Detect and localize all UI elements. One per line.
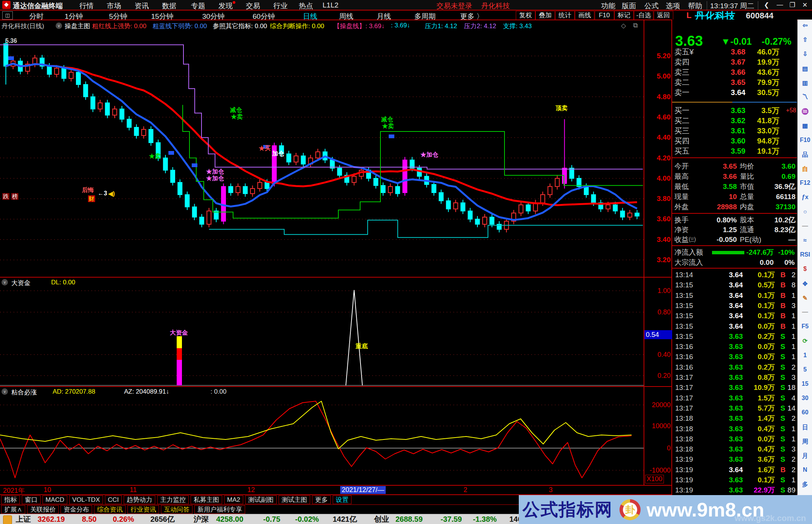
self-select-icon[interactable]: 自	[798, 165, 812, 173]
tab-指标[interactable]: 指标	[1, 495, 20, 504]
tab-行业资讯[interactable]: 行业资讯	[127, 505, 159, 514]
sub1-value: DL: 0.00	[51, 279, 75, 286]
period-multi[interactable]: 多	[798, 481, 812, 489]
list-icon[interactable]: ▦	[798, 122, 812, 129]
tab-MACD[interactable]: MACD	[42, 495, 67, 504]
timeline-axis[interactable]: 2021年1011122021/12/27/—23	[0, 486, 671, 494]
period-month[interactable]: 月	[798, 452, 812, 460]
rsi-icon[interactable]: RSI	[798, 251, 812, 258]
tab-设置[interactable]: 设置	[333, 495, 351, 504]
window-collapse-button[interactable]: ❮	[764, 1, 769, 9]
period-week[interactable]: 周	[798, 438, 812, 446]
divider-icon[interactable]: —	[798, 309, 812, 316]
quote-grid-icon[interactable]: ▥	[798, 79, 812, 86]
tab-趋势动力[interactable]: 趋势动力	[124, 495, 155, 504]
window-close-button[interactable]: ✕	[802, 1, 807, 9]
watermark-banner: 公式指标网 卦 www.9m8.cn www.gs2k.com.cn	[519, 495, 812, 524]
sub2-name[interactable]: 粘合必涨	[11, 388, 37, 397]
stat-row: 换手0.80%股本10.2亿	[672, 215, 797, 225]
tick-row: 13:173.635.7万S14	[672, 403, 797, 413]
move-icon[interactable]: ✥	[798, 280, 812, 287]
tick-volume: 1.5万	[739, 393, 775, 403]
tab-主力监控[interactable]: 主力监控	[157, 495, 189, 504]
tick-price: 3.64	[701, 301, 743, 311]
timeline-label-2021/12/27/—[interactable]: 2021/12/27/—	[340, 486, 386, 494]
period-n[interactable]: N	[798, 467, 812, 473]
tick-price: 3.63	[701, 413, 743, 423]
tab-测试主图[interactable]: 测试主图	[279, 495, 310, 504]
chart-annotation: 加仓	[272, 150, 284, 158]
tick-price: 3.63	[701, 403, 743, 413]
f5-icon[interactable]: F5	[798, 323, 812, 330]
order-book-price: 3.63	[702, 106, 745, 115]
tab-MA2[interactable]: MA2	[224, 495, 243, 504]
period-day[interactable]: 日	[798, 424, 812, 432]
period-15min[interactable]: 15	[798, 381, 812, 387]
tab-CCI[interactable]: CCI	[105, 495, 122, 504]
period-5min[interactable]: 5	[798, 366, 812, 373]
page-up-icon[interactable]: ⇧	[798, 36, 812, 43]
order-book-volume: 33.0万	[745, 126, 779, 136]
collapse-circle-icon[interactable]: ∨	[2, 279, 8, 285]
trend-icon[interactable]: 〽	[798, 94, 812, 100]
sub1-axis-label: 0.20	[644, 372, 671, 380]
tab-更多[interactable]: 更多	[312, 495, 331, 504]
collapse-circle-icon[interactable]: ∨	[2, 388, 8, 395]
tick-time: 13:15	[675, 280, 693, 290]
divider-icon[interactable]: —	[798, 223, 812, 230]
wave-icon[interactable]: ≈	[798, 237, 812, 244]
tick-row: 13:173.6310.9万S18	[672, 382, 797, 393]
back-icon[interactable]: ⇦	[798, 22, 812, 29]
tab-窗口[interactable]: 窗口	[22, 495, 41, 504]
timeline-label-2021年: 2021年	[3, 486, 25, 495]
index-icon[interactable]	[3, 515, 12, 524]
period-30min[interactable]: 30	[798, 395, 812, 402]
order-book-volume: 79.9万	[745, 77, 779, 87]
tick-row: 13:183.630.4万S1	[672, 424, 797, 434]
period-60min[interactable]: 60	[798, 409, 812, 416]
tab-综合资讯[interactable]: 综合资讯	[94, 505, 126, 514]
sub1-name[interactable]: 大资金	[11, 279, 30, 287]
toolbar-button-返回[interactable]: 返回	[654, 11, 673, 20]
tab-测试副图[interactable]: 测试副图	[245, 495, 277, 504]
quote-panel: 3.63 ▼-0.01 -0.27% 卖五¥3.6846.0万卖四3.6719.…	[672, 20, 797, 524]
circle-icon[interactable]: ○	[798, 208, 812, 215]
f12-icon[interactable]: F12	[798, 180, 812, 186]
stat-label: 最低	[674, 182, 689, 192]
tab-扩展∧[interactable]: 扩展∧	[1, 505, 25, 514]
tick-count: 1	[785, 424, 795, 434]
tick-row: 13:153.640.0万B1	[672, 321, 797, 331]
kline-icon[interactable]: ♒	[798, 108, 812, 115]
tick-time: 13:16	[675, 362, 693, 372]
tick-price: 3.64	[701, 321, 743, 331]
tick-volume: 0.1万	[739, 475, 775, 485]
order-book-volume: 46.0万	[745, 47, 779, 57]
formula-icon[interactable]: ƒx	[798, 194, 812, 201]
order-book-price: 3.66	[702, 67, 745, 77]
tick-row: 13:183.630.4万S3	[672, 444, 797, 454]
tab-VOL-TDX[interactable]: VOL-TDX	[69, 495, 103, 504]
edit-icon[interactable]: ✎	[798, 294, 812, 302]
window-maximize-button[interactable]: ❐	[789, 1, 795, 9]
f10-icon[interactable]: F10	[798, 137, 812, 143]
report-icon[interactable]: ▤	[798, 65, 812, 72]
sub1-header: ∨ 大资金 DL: 0.00	[0, 279, 644, 287]
status--0.75: -0.75	[263, 514, 280, 524]
money-icon[interactable]: $	[798, 266, 812, 272]
tab-互动问答[interactable]: 互动问答	[161, 505, 192, 514]
window-minimize-button[interactable]: —	[777, 1, 783, 9]
page-down-icon[interactable]: ⇩	[798, 50, 812, 57]
order-book-price: 3.68	[702, 47, 745, 57]
tick-time: 13:19	[675, 475, 693, 485]
tab-新用户福利专享[interactable]: 新用户福利专享	[194, 505, 245, 514]
tab-私募主图[interactable]: 私募主图	[191, 495, 222, 504]
tdx-terminal-window: ❖ 通达信金融终端 交易未登录 丹化科技 13:19:37 周二 行情市场资讯数…	[0, 0, 812, 524]
tick-count: 1	[785, 352, 795, 362]
tab-关联报价[interactable]: 关联报价	[27, 505, 59, 514]
block-icon[interactable]: 品	[798, 151, 812, 159]
period-1min[interactable]: 1	[798, 352, 812, 359]
charts-canvas[interactable]	[0, 0, 644, 494]
stat-label: 今开	[674, 162, 689, 171]
refresh-icon[interactable]: ⟳	[798, 337, 812, 344]
tab-资金分布[interactable]: 资金分布	[61, 505, 92, 514]
